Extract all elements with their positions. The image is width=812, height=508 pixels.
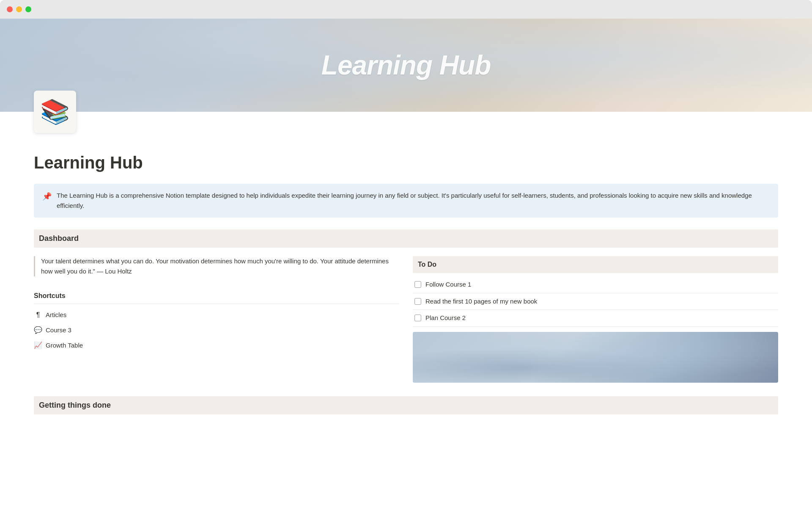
course3-icon: 💬 xyxy=(34,325,42,335)
quote-text: Your talent determines what you can do. … xyxy=(41,257,389,275)
shortcut-growth-table-label: Growth Table xyxy=(46,341,83,351)
shortcut-course3-label: Course 3 xyxy=(46,326,71,335)
todo-item-3: Plan Course 2 xyxy=(413,310,778,327)
shortcut-articles[interactable]: ¶ Articles xyxy=(34,307,399,323)
todo-item-2: Read the first 10 pages of my new book xyxy=(413,293,778,310)
page-title: Learning Hub xyxy=(34,150,778,175)
todo-label-2: Read the first 10 pages of my new book xyxy=(425,297,537,306)
todo-label-1: Follow Course 1 xyxy=(425,280,471,290)
getting-things-done-header: Getting things done xyxy=(34,396,778,414)
todo-label-3: Plan Course 2 xyxy=(425,313,466,323)
todo-checkbox-2[interactable] xyxy=(414,298,421,305)
callout-icon: 📌 xyxy=(42,191,52,202)
close-button[interactable] xyxy=(7,6,13,12)
minimize-button[interactable] xyxy=(16,6,22,12)
page-icon: 📚 xyxy=(34,91,76,133)
window-chrome xyxy=(0,0,812,19)
shortcut-growth-table[interactable]: 📈 Growth Table xyxy=(34,338,399,353)
dashboard-grid: Your talent determines what you can do. … xyxy=(34,256,778,383)
main-content: Learning Hub 📌 The Learning Hub is a com… xyxy=(0,133,812,440)
shortcuts-section: Shortcuts ¶ Articles 💬 Course 3 📈 Growth… xyxy=(34,288,399,353)
growth-table-icon: 📈 xyxy=(34,340,42,351)
dashboard-section-header: Dashboard xyxy=(34,229,778,248)
articles-icon: ¶ xyxy=(34,310,42,320)
hero-title: Learning Hub xyxy=(321,45,491,86)
callout-box: 📌 The Learning Hub is a comprehensive No… xyxy=(34,184,778,218)
shortcut-articles-label: Articles xyxy=(46,310,66,320)
dashboard-image xyxy=(413,332,778,383)
todo-checkbox-3[interactable] xyxy=(414,315,421,321)
todo-header: To Do xyxy=(413,256,778,273)
maximize-button[interactable] xyxy=(25,6,31,12)
shortcuts-title: Shortcuts xyxy=(34,288,399,304)
right-column: To Do Follow Course 1 Read the first 10 … xyxy=(413,256,778,383)
shortcut-course3[interactable]: 💬 Course 3 xyxy=(34,323,399,338)
quote-block: Your talent determines what you can do. … xyxy=(34,256,399,276)
todo-checkbox-1[interactable] xyxy=(414,281,421,288)
icon-area: 📚 xyxy=(0,91,812,133)
left-column: Your talent determines what you can do. … xyxy=(34,256,399,383)
callout-text: The Learning Hub is a comprehensive Noti… xyxy=(57,190,770,211)
todo-item-1: Follow Course 1 xyxy=(413,276,778,293)
